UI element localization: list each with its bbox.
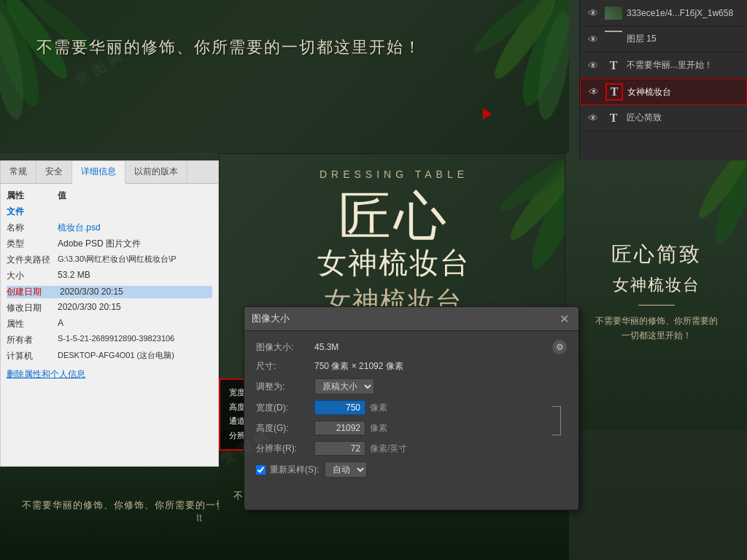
layer-thumb-1 (605, 7, 622, 20)
dialog-label-size: 图像大小: (256, 341, 314, 354)
prop-value-size: 53.2 MB (58, 270, 212, 282)
gear-icon[interactable]: ⚙ (552, 340, 567, 354)
prop-value-computer: DESKTOP-AFG4O01 (这台电脑) (58, 350, 212, 362)
dialog-unit-resolution: 像素/英寸 (370, 443, 407, 455)
prop-label-modified: 修改日期 (7, 302, 58, 314)
dialog-unit-height: 像素 (370, 422, 387, 435)
dimension-inputs-group: 宽度(D): 像素 高度(G): 像素 (256, 400, 567, 441)
prop-label-owner: 所有者 (7, 334, 58, 346)
prop-value-type: Adobe PSD 图片文件 (58, 238, 212, 250)
design-title-cn2-partial: 女神梳妆台 (220, 245, 568, 280)
layer-name-3: 不需要华丽...里开始！ (627, 59, 713, 71)
layer-name-4: 女神梳妆台 (627, 86, 671, 98)
layer-name-2: 图层 15 (627, 33, 657, 45)
overlay-title-2: 女神梳妆台 (580, 274, 732, 296)
properties-panel: 常规 安全 详细信息 以前的版本 属性 值 文件 名称 梳妆台.psd 类型 A… (0, 160, 219, 467)
width-height-group: 宽度(D): 像素 高度(G): 像素 (256, 400, 546, 441)
prop-row-computer: 计算机 DESKTOP-AFG4O01 (这台电脑) (7, 350, 212, 362)
prop-label-header: 属性 (7, 190, 58, 202)
prop-label-path: 文件夹路径 (7, 254, 58, 266)
prop-row-header: 属性 值 (7, 190, 212, 202)
prop-row-size: 大小 53.2 MB (7, 270, 212, 282)
dialog-select-resample[interactable]: 自动 (325, 462, 367, 478)
layer-eye-4[interactable]: 👁 (587, 85, 601, 99)
dialog-row-height: 高度(G): 像素 (256, 421, 546, 435)
layer-item-3[interactable]: 👁 T 不需要华丽...里开始！ (580, 52, 747, 79)
dialog-input-height[interactable] (314, 421, 365, 435)
prop-label-file: 文件 (7, 206, 58, 218)
prop-row-name: 名称 梳妆台.psd (7, 222, 212, 234)
dialog-value-size: 45.3M (314, 342, 338, 352)
bottom-text: 不需要华丽的修饰、你修饰、你所需要的一切 (22, 499, 226, 512)
prop-label-attr: 属性 (7, 318, 58, 330)
top-banner: 不需要华丽的修饰、你所需要的一切都这里开始！ (0, 0, 569, 153)
dialog-close-button[interactable]: ✕ (557, 311, 571, 326)
dialog-row-resolution: 分辨率(R): 像素/英寸 (256, 441, 567, 456)
prop-row-type: 类型 Adobe PSD 图片文件 (7, 238, 212, 250)
plant-right-top (423, 0, 569, 139)
dialog-label-resample: 重新采样(S): (270, 464, 319, 476)
tab-versions[interactable]: 以前的版本 (125, 161, 187, 183)
prop-value-modified: 2020/3/30 20:15 (58, 302, 212, 314)
layers-panel: 👁 333ece1e/4...F16jX_1w658 👁 图层 15 👁 T 不… (579, 0, 747, 160)
delete-personal-info-link[interactable]: 删除属性和个人信息 (7, 368, 212, 381)
properties-tabs: 常规 安全 详细信息 以前的版本 (1, 161, 218, 184)
prop-value-name: 梳妆台.psd (58, 222, 212, 234)
design-subtitle-en: DRESSING TABLE (220, 168, 568, 180)
dialog-unit-width: 像素 (370, 402, 387, 414)
layer-name-5: 匠心简致 (627, 112, 662, 124)
text-icon-3: T (605, 57, 622, 74)
overlay-description: 不需要华丽的修饰、你所需要的一切都这里开始！ (580, 314, 732, 342)
image-size-dialog: 图像大小 ✕ 图像大小: 45.3M ⚙ 尺寸: 750 像素 × 21092 … (244, 306, 579, 510)
prop-row-path: 文件夹路径 G:\3.30\网红栏妆台\网红梳妆台\P (7, 254, 212, 266)
layer-item-2[interactable]: 👁 图层 15 (580, 26, 747, 52)
prop-value-owner: S-1-5-21-2689912890-39823106 (58, 334, 212, 346)
tab-security[interactable]: 安全 (36, 161, 72, 183)
layer-eye-5[interactable]: 👁 (586, 111, 600, 125)
dialog-row-width: 宽度(D): 像素 (256, 400, 546, 415)
layer-item-4-selected[interactable]: 👁 T 女神梳妆台 (580, 79, 747, 105)
prop-value-attr: A (58, 318, 212, 330)
dialog-label-resolution: 分辨率(R): (256, 443, 314, 455)
dialog-titlebar: 图像大小 ✕ (244, 307, 578, 331)
red-arrow-indicator (483, 108, 492, 120)
layer-item-5[interactable]: 👁 T 匠心简致 (580, 105, 747, 131)
prop-label-type: 类型 (7, 238, 58, 250)
overlay-divider (638, 305, 675, 306)
dialog-row-adjust: 调整为: 原稿大小 (256, 378, 567, 394)
prop-row-created: 创建日期 2020/3/30 20:15 (7, 286, 212, 298)
bottom-it-text: It (196, 512, 202, 524)
prop-value-header: 值 (58, 190, 212, 202)
prop-label-name: 名称 (7, 222, 58, 234)
prop-label-computer: 计算机 (7, 350, 58, 362)
dialog-label-height: 高度(G): (256, 422, 314, 435)
prop-section-file: 文件 (7, 206, 212, 218)
dialog-title: 图像大小 (252, 312, 290, 325)
dialog-checkbox-resample[interactable] (256, 465, 266, 475)
tab-details[interactable]: 详细信息 (72, 161, 125, 184)
dialog-input-width[interactable] (314, 400, 365, 415)
layer-item-1[interactable]: 👁 333ece1e/4...F16jX_1w658 (580, 0, 747, 26)
layer-icon-line-2 (605, 31, 622, 48)
layer-eye-2[interactable]: 👁 (586, 32, 600, 47)
prop-row-attr: 属性 A (7, 318, 212, 330)
layer-eye-1[interactable]: 👁 (586, 6, 600, 20)
dialog-label-adjust: 调整为: (256, 381, 314, 393)
dialog-row-dimensions: 尺寸: 750 像素 × 21092 像素 (256, 360, 567, 373)
dialog-body: 图像大小: 45.3M ⚙ 尺寸: 750 像素 × 21092 像素 调整为:… (244, 331, 578, 486)
design-title-cn1: 匠心 (220, 187, 568, 245)
link-icon (549, 400, 564, 441)
layer-name-1: 333ece1e/4...F16jX_1w658 (627, 8, 733, 18)
dialog-input-resolution[interactable] (314, 441, 365, 456)
prop-row-owner: 所有者 S-1-5-21-2689912890-39823106 (7, 334, 212, 346)
layer-eye-3[interactable]: 👁 (586, 58, 600, 73)
dialog-select-adjust[interactable]: 原稿大小 (314, 378, 374, 394)
prop-label-created: 创建日期 (7, 286, 58, 298)
prop-value-path: G:\3.30\网红栏妆台\网红梳妆台\P (58, 254, 212, 266)
properties-table: 属性 值 文件 名称 梳妆台.psd 类型 Adobe PSD 图片文件 文件夹… (1, 184, 218, 386)
dialog-label-width: 宽度(D): (256, 402, 314, 414)
tab-general[interactable]: 常规 (1, 161, 36, 183)
text-icon-4: T (605, 83, 623, 101)
text-icon-5: T (605, 109, 622, 127)
dialog-row-resample: 重新采样(S): 自动 (256, 462, 567, 478)
